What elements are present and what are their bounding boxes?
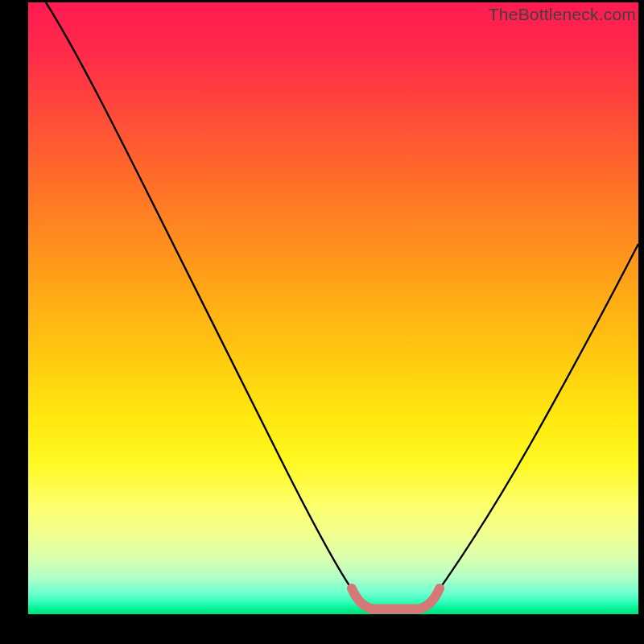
watermark-text: TheBottleneck.com: [489, 5, 636, 24]
optimal-band-marker: [352, 588, 440, 609]
bottleneck-curve-line: [46, 2, 638, 609]
chart-container: { "watermark": "TheBottleneck.com", "cha…: [0, 0, 644, 644]
chart-svg: [28, 2, 638, 614]
